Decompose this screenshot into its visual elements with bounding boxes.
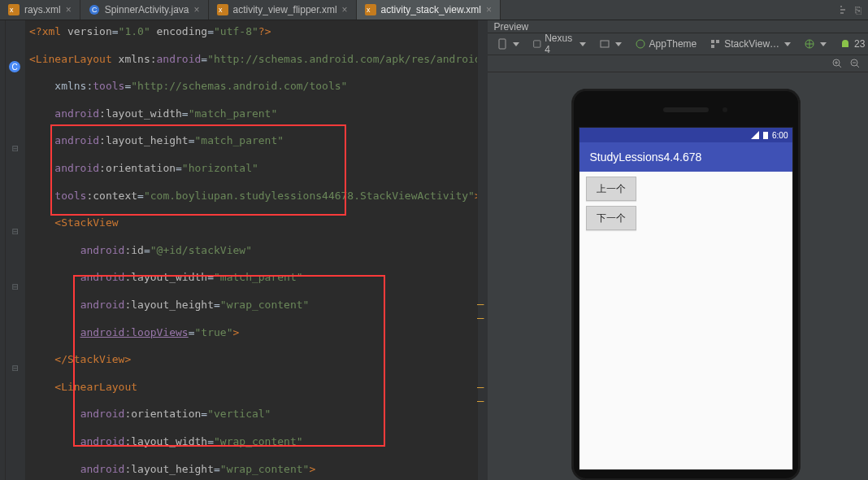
battery-icon — [762, 131, 769, 139]
xml-file-icon: x — [365, 4, 376, 15]
tab-rays-xml[interactable]: x rays.xml × — [0, 0, 80, 20]
preview-sub-toolbar — [488, 55, 868, 72]
wifi-icon — [751, 131, 759, 139]
chevron-down-icon — [579, 42, 586, 46]
status-time: 6:00 — [772, 131, 788, 140]
zoom-out-icon[interactable] — [849, 58, 861, 69]
android-icon — [840, 38, 851, 50]
prev-button[interactable]: 上一个 — [586, 177, 636, 201]
activity-label: StackView… — [724, 38, 779, 50]
phone-icon — [497, 38, 508, 50]
chevron-down-icon — [820, 42, 827, 46]
status-bar: 6:00 — [579, 128, 792, 142]
device-screen[interactable]: 6:00 StudyLessions4.4.678 上一个 下一个 — [579, 127, 793, 470]
tab-overflow[interactable]: ⎘ — [832, 0, 868, 20]
globe-icon — [804, 38, 815, 50]
camera-icon — [723, 107, 727, 112]
orientation-button[interactable] — [493, 37, 523, 51]
overflow-icon: ⎘ — [855, 4, 861, 16]
app-bar: StudyLessions4.4.678 — [579, 142, 792, 172]
config-dropdown[interactable] — [595, 37, 626, 51]
chevron-down-icon — [513, 42, 519, 46]
next-button[interactable]: 下一个 — [586, 206, 636, 230]
xml-file-icon: x — [8, 4, 20, 15]
svg-rect-13 — [716, 40, 719, 43]
svg-rect-9 — [533, 41, 540, 47]
device-icon — [532, 38, 542, 50]
api-label: 23 — [854, 38, 865, 50]
tab-label: activity_view_flipper.xml — [233, 4, 337, 15]
tab-label: activity_stack_view.xml — [381, 4, 481, 15]
preview-panel: Preview Nexus 4 AppTheme StackV — [488, 20, 868, 480]
fold-marker-icon[interactable]: ⊟ — [12, 225, 19, 238]
svg-rect-10 — [601, 41, 609, 47]
device-frame: 6:00 StudyLessions4.4.678 上一个 下一个 — [571, 89, 801, 480]
svg-rect-14 — [711, 45, 714, 48]
editor-gutter: C ⊟ ⊟ ⊟ ⊟ — [6, 20, 26, 480]
layout-icon — [710, 38, 721, 50]
editor-scrollbar[interactable]: — — — — — [477, 20, 488, 480]
close-icon[interactable]: × — [486, 4, 492, 15]
svg-text:x: x — [10, 6, 14, 14]
fold-marker-icon[interactable]: ⊟ — [12, 281, 19, 293]
arrow-right-icon — [839, 5, 848, 15]
tab-stack-view[interactable]: x activity_stack_view.xml × — [357, 0, 501, 20]
close-icon[interactable]: × — [66, 4, 72, 15]
activity-dropdown[interactable]: StackView… — [705, 37, 795, 51]
svg-rect-18 — [763, 132, 768, 139]
theme-label: AppTheme — [649, 38, 697, 50]
java-file-icon: C — [89, 4, 100, 15]
device-dropdown[interactable]: Nexus 4 — [528, 31, 590, 57]
tab-label: SpinnerActivity.java — [105, 4, 189, 15]
theme-icon — [635, 38, 646, 50]
code-editor[interactable]: C ⊟ ⊟ ⊟ ⊟ — — — — <?xml version="1.0" en… — [0, 20, 488, 480]
svg-text:x: x — [367, 6, 371, 14]
locale-dropdown[interactable] — [800, 37, 831, 51]
theme-dropdown[interactable]: AppTheme — [631, 37, 701, 51]
code-area[interactable]: — — — — <?xml version="1.0" encoding="ut… — [26, 20, 488, 480]
svg-rect-8 — [499, 39, 506, 49]
zoom-in-icon[interactable] — [831, 58, 843, 69]
svg-text:x: x — [219, 6, 223, 14]
chevron-down-icon — [615, 42, 622, 46]
svg-point-11 — [636, 40, 644, 48]
api-dropdown[interactable]: 23 — [835, 37, 868, 51]
app-title: StudyLessions4.4.678 — [589, 151, 701, 164]
speaker-icon — [663, 107, 709, 112]
fold-marker-icon[interactable]: ⊟ — [12, 142, 19, 155]
preview-toolbar: Nexus 4 AppTheme StackView… — [488, 33, 868, 55]
close-icon[interactable]: × — [194, 4, 200, 15]
svg-text:C: C — [92, 6, 98, 14]
tab-label: rays.xml — [24, 4, 61, 15]
tab-view-flipper[interactable]: x activity_view_flipper.xml × — [209, 0, 357, 20]
device-label: Nexus 4 — [545, 33, 574, 55]
fold-marker-icon[interactable]: ⊟ — [12, 362, 19, 374]
xml-file-icon: x — [217, 4, 228, 15]
class-gutter-icon: C — [9, 61, 20, 72]
config-icon — [599, 38, 610, 50]
preview-title: Preview — [494, 21, 529, 33]
close-icon[interactable]: × — [342, 4, 348, 15]
editor-tabs: x rays.xml × C SpinnerActivity.java × x … — [0, 0, 868, 20]
chevron-down-icon — [784, 42, 791, 46]
tab-spinner-activity[interactable]: C SpinnerActivity.java × — [80, 0, 209, 20]
svg-rect-12 — [711, 40, 714, 43]
